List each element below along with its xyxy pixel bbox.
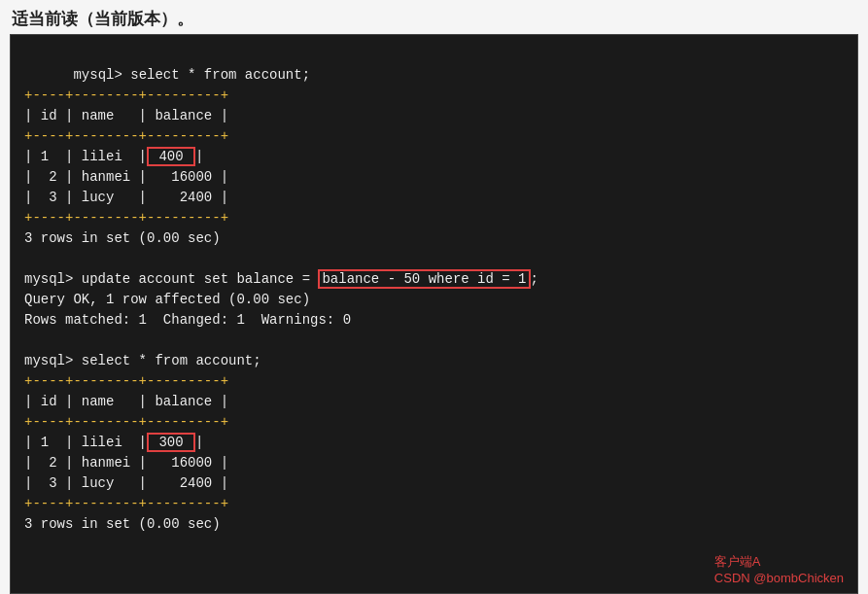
block1-sep3: +----+--------+---------+ xyxy=(24,210,228,226)
block1-row1-highlight: 400 xyxy=(147,147,195,166)
block3-row1-highlight: 300 xyxy=(147,433,195,452)
page-wrapper: 适当前读（当前版本）。 mysql> select * from account… xyxy=(0,0,868,594)
block1-row2: | 2 | hanmei | 16000 | xyxy=(24,169,228,185)
block3-sep2: +----+--------+---------+ xyxy=(24,414,228,430)
top-label: 适当前读（当前版本）。 xyxy=(0,0,868,34)
block2-highlight: balance - 50 where id = 1 xyxy=(318,269,530,289)
block2-ok: Query OK, 1 row affected (0.00 sec) xyxy=(24,292,310,307)
block2-rows: Rows matched: 1 Changed: 1 Warnings: 0 xyxy=(24,312,351,328)
block3-row2: | 2 | hanmei | 16000 | xyxy=(24,455,228,471)
block1-row1-pre: | 1 | lilei | xyxy=(24,149,147,164)
block2-prompt-pre: mysql> update account set balance = xyxy=(24,271,318,287)
block1-row3: | 3 | lucy | 2400 | xyxy=(24,190,228,205)
block1-row1-post: | xyxy=(195,149,203,164)
block1-sep2: +----+--------+---------+ xyxy=(24,128,228,144)
block3-header: | id | name | balance | xyxy=(24,394,228,409)
terminal-content: mysql> select * from account; +----+----… xyxy=(24,45,844,555)
block2-prompt-post: ; xyxy=(531,271,538,287)
block3-row3: | 3 | lucy | 2400 | xyxy=(24,475,228,491)
block3-result: 3 rows in set (0.00 sec) xyxy=(24,516,221,532)
client-label: 客户端A xyxy=(714,553,844,571)
block3-row1-pre: | 1 | lilei | xyxy=(24,435,147,450)
block3-sep3: +----+--------+---------+ xyxy=(24,496,228,511)
block3-row1-post: | xyxy=(195,435,203,450)
block1-sep1: +----+--------+---------+ xyxy=(24,87,228,103)
block1-prompt: mysql> select * from account; xyxy=(73,67,310,83)
block1-header: | id | name | balance | xyxy=(24,108,228,123)
csdn-label: CSDN @bombChicken xyxy=(714,571,844,585)
block3-sep1: +----+--------+---------+ xyxy=(24,373,228,389)
block3-prompt: mysql> select * from account; xyxy=(24,353,261,368)
block1-result: 3 rows in set (0.00 sec) xyxy=(24,230,221,246)
terminal-wrapper: mysql> select * from account; +----+----… xyxy=(10,34,858,594)
watermark-csdn: 客户端A CSDN @bombChicken xyxy=(714,553,844,585)
